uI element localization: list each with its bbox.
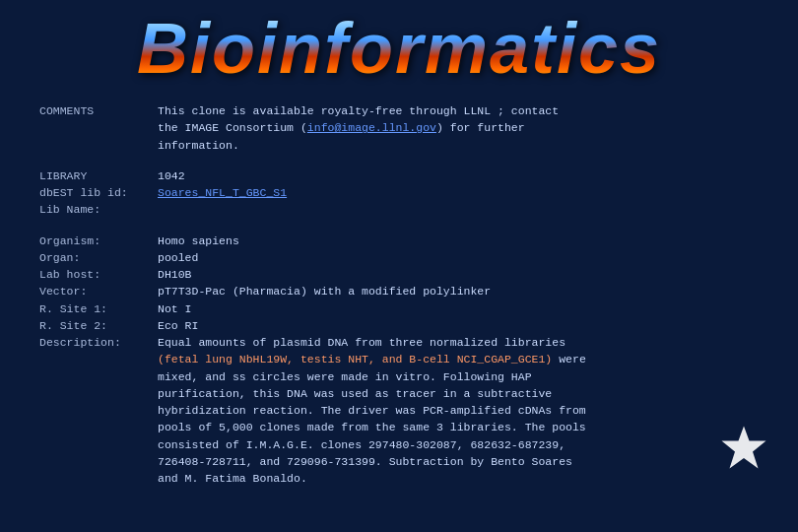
email-link[interactable]: info@image.llnl.gov bbox=[307, 121, 436, 134]
library-id-value: 1042 bbox=[158, 167, 759, 184]
labhost-label: Lab host: bbox=[39, 266, 158, 283]
header-section: Bioinformatics bbox=[0, 0, 798, 99]
rsite2-label: R. Site 2: bbox=[39, 317, 158, 334]
comments-label: COMMENTS bbox=[39, 102, 158, 154]
vector-label: Vector: bbox=[39, 283, 158, 299]
organism-section: Organism: Organ: Lab host: Vector: R. Si… bbox=[39, 233, 759, 488]
library-values: 1042 Soares_NFL_T_GBC_S1 bbox=[158, 167, 759, 219]
comments-text: This clone is available royalty-free thr… bbox=[158, 104, 559, 152]
library-name-value: Soares_NFL_T_GBC_S1 bbox=[158, 184, 759, 201]
vector-value: pT7T3D-Pac (Pharmacia) with a modified p… bbox=[158, 283, 759, 299]
organ-value: pooled bbox=[158, 249, 759, 266]
desc-label: Description: bbox=[39, 334, 158, 351]
library-id-label: dbEST lib id: bbox=[39, 184, 158, 201]
desc-text-1: Equal amounts of plasmid DNA from three … bbox=[158, 336, 565, 349]
rsite2-value: Eco RI bbox=[158, 317, 759, 334]
library-main-label: LIBRARY bbox=[39, 167, 158, 184]
rsite1-value: Not I bbox=[158, 300, 759, 317]
svg-marker-0 bbox=[722, 427, 766, 469]
organism-values: Homo sapiens pooled DH10B pT7T3D-Pac (Ph… bbox=[158, 233, 759, 488]
library-name-link[interactable]: Soares_NFL_T_GBC_S1 bbox=[158, 186, 287, 199]
rsite1-label: R. Site 1: bbox=[39, 300, 158, 317]
library-name-label: Lib Name: bbox=[39, 201, 158, 218]
organism-labels: Organism: Organ: Lab host: Vector: R. Si… bbox=[39, 233, 158, 488]
page-title: Bioinformatics bbox=[0, 8, 798, 89]
library-section: LIBRARY dbEST lib id: Lib Name: 1042 Soa… bbox=[39, 167, 759, 219]
organism-label: Organism: bbox=[39, 233, 158, 249]
desc-value: Equal amounts of plasmid DNA from three … bbox=[158, 334, 759, 487]
organ-label: Organ: bbox=[39, 249, 158, 266]
comments-value: This clone is available royalty-free thr… bbox=[158, 102, 759, 154]
content-area: COMMENTS This clone is available royalty… bbox=[0, 99, 798, 510]
library-labels: LIBRARY dbEST lib id: Lib Name: bbox=[39, 167, 158, 219]
desc-text-2: weremixed, and ss circles were made in v… bbox=[158, 353, 586, 485]
organism-value: Homo sapiens bbox=[158, 233, 759, 249]
star-icon bbox=[719, 424, 768, 473]
comments-section: COMMENTS This clone is available royalty… bbox=[39, 102, 759, 154]
desc-highlight: (fetal lung NbHL19W, testis NHT, and B-c… bbox=[158, 353, 552, 366]
star-decoration bbox=[719, 424, 768, 473]
labhost-value: DH10B bbox=[158, 266, 759, 283]
